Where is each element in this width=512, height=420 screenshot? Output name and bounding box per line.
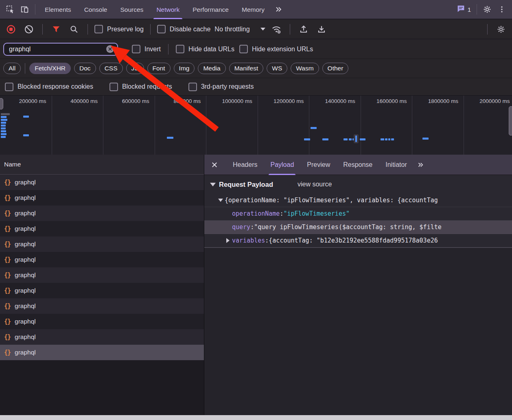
json-braces-icon: {} bbox=[4, 194, 11, 201]
request-row[interactable]: {}graphql bbox=[0, 190, 204, 206]
tab-sources[interactable]: Sources bbox=[114, 0, 150, 19]
chip-media[interactable]: Media bbox=[198, 63, 225, 74]
chip-js[interactable]: JS bbox=[126, 63, 144, 74]
request-row[interactable]: {}graphql bbox=[0, 283, 204, 298]
issues-button[interactable]: 1 bbox=[457, 4, 471, 14]
blocked-requests-checkbox[interactable]: Blocked requests bbox=[109, 83, 172, 91]
more-detail-tabs-icon[interactable] bbox=[414, 158, 427, 172]
name-column-header[interactable]: Name bbox=[0, 155, 204, 175]
timeline-right-handle[interactable] bbox=[509, 106, 512, 136]
timeline-tick-label: 400000 ms bbox=[52, 98, 103, 105]
hide-data-urls-label: Hide data URLs bbox=[188, 46, 234, 53]
tab-payload[interactable]: Payload bbox=[265, 155, 300, 175]
filter-text-field[interactable] bbox=[8, 45, 106, 53]
chevron-down-icon bbox=[260, 28, 265, 31]
payload-segment-plain: : bbox=[280, 207, 283, 220]
divider bbox=[150, 24, 151, 35]
expander-triangle-icon[interactable] bbox=[217, 199, 225, 202]
payload-line[interactable]: variables: {accountTag: "b12e3b2192ee558… bbox=[204, 234, 512, 247]
request-row[interactable]: {}graphql bbox=[0, 206, 204, 221]
request-row[interactable]: {}graphql bbox=[0, 236, 204, 252]
disable-cache-label: Disable cache bbox=[170, 26, 211, 33]
tab-network[interactable]: Network bbox=[150, 0, 186, 19]
third-party-requests-checkbox[interactable]: 3rd-party requests bbox=[188, 83, 254, 91]
filter-input[interactable] bbox=[3, 43, 118, 56]
request-row[interactable]: {}graphql bbox=[0, 221, 204, 236]
tab-headers[interactable]: Headers bbox=[227, 155, 263, 175]
clear-network-log-icon[interactable] bbox=[22, 22, 36, 36]
network-conditions-icon[interactable] bbox=[269, 22, 283, 36]
waterfall-bar bbox=[1, 119, 7, 121]
request-row[interactable]: {}graphql bbox=[0, 314, 204, 329]
request-name: graphql bbox=[15, 287, 36, 294]
kebab-menu-icon[interactable] bbox=[495, 2, 509, 16]
throttling-dropdown[interactable]: No throttling bbox=[214, 26, 265, 33]
checkbox bbox=[176, 45, 184, 53]
disable-cache-checkbox[interactable]: Disable cache bbox=[157, 25, 211, 33]
json-braces-icon: {} bbox=[4, 225, 11, 232]
panel-settings-gear-icon[interactable] bbox=[494, 22, 508, 36]
request-row[interactable]: {}graphql bbox=[0, 329, 204, 345]
payload-segment-plain: {accountTag: "b12e3b2192ee5588fdad995178… bbox=[269, 234, 438, 247]
blocked-response-cookies-checkbox[interactable]: Blocked response cookies bbox=[5, 83, 93, 91]
tab-preview[interactable]: Preview bbox=[301, 155, 336, 175]
export-har-icon[interactable] bbox=[315, 22, 328, 36]
expander-triangle-icon[interactable] bbox=[224, 238, 232, 243]
chip-wasm[interactable]: Wasm bbox=[291, 63, 319, 74]
checkbox bbox=[94, 25, 103, 33]
import-har-icon[interactable] bbox=[297, 22, 311, 36]
tab-performance[interactable]: Performance bbox=[186, 0, 235, 19]
waterfall-bar bbox=[23, 116, 29, 118]
checkbox bbox=[5, 83, 13, 91]
chip-other[interactable]: Other bbox=[322, 63, 349, 74]
preserve-log-checkbox[interactable]: Preserve log bbox=[94, 25, 144, 33]
hide-extension-urls-label: Hide extension URLs bbox=[252, 46, 313, 53]
request-row[interactable]: {}graphql bbox=[0, 267, 204, 283]
tab-initiator[interactable]: Initiator bbox=[380, 155, 412, 175]
payload-line[interactable]: {operationName: "ipFlowTimeseries", vari… bbox=[204, 194, 512, 207]
request-row[interactable]: {}graphql bbox=[0, 252, 204, 267]
requests-list-panel: Name {}graphql{}graphql{}graphql{}graphq… bbox=[0, 155, 204, 415]
chip-ws[interactable]: WS bbox=[267, 63, 287, 74]
request-row[interactable]: {}graphql bbox=[0, 298, 204, 314]
collapse-triangle-icon[interactable] bbox=[210, 183, 216, 186]
blocked-response-cookies-label: Blocked response cookies bbox=[18, 83, 93, 90]
payload-line[interactable]: query: "query ipFlowTimeseries($accountT… bbox=[204, 221, 512, 234]
chip-doc[interactable]: Doc bbox=[74, 63, 96, 74]
hide-data-urls-checkbox[interactable]: Hide data URLs bbox=[176, 45, 234, 53]
more-tabs-icon[interactable] bbox=[271, 2, 285, 16]
chip-manifest[interactable]: Manifest bbox=[229, 63, 264, 74]
tab-memory[interactable]: Memory bbox=[236, 0, 271, 19]
selected-request-marker-bar bbox=[355, 136, 357, 142]
network-overview-timeline[interactable]: 200000 ms400000 ms600000 ms800000 ms1000… bbox=[0, 96, 512, 155]
request-row[interactable]: {}graphql bbox=[0, 175, 204, 190]
filter-funnel-icon[interactable] bbox=[49, 22, 63, 36]
chip-font[interactable]: Font bbox=[147, 63, 171, 74]
waterfall-bar bbox=[391, 138, 394, 140]
tab-elements[interactable]: Elements bbox=[39, 0, 77, 19]
request-row[interactable]: {}graphql bbox=[0, 345, 204, 360]
tab-console[interactable]: Console bbox=[78, 0, 114, 19]
request-detail-panel: Headers Payload Preview Response Initiat… bbox=[204, 155, 512, 415]
checkbox bbox=[157, 25, 166, 33]
view-source-link[interactable]: view source bbox=[298, 181, 332, 188]
payload-segment-key: operationName bbox=[232, 207, 280, 220]
tab-response[interactable]: Response bbox=[337, 155, 378, 175]
chip-all[interactable]: All bbox=[3, 63, 21, 74]
inspect-element-icon[interactable] bbox=[3, 2, 17, 16]
chip-css[interactable]: CSS bbox=[99, 63, 123, 74]
clear-filter-icon[interactable] bbox=[106, 45, 114, 53]
hide-extension-urls-checkbox[interactable]: Hide extension URLs bbox=[239, 45, 313, 53]
settings-gear-icon[interactable] bbox=[480, 2, 494, 16]
record-network-log-icon[interactable] bbox=[4, 22, 18, 36]
device-toolbar-icon[interactable] bbox=[18, 2, 32, 16]
chip-fetch-xhr[interactable]: Fetch/XHR bbox=[29, 63, 71, 74]
name-header-label: Name bbox=[4, 161, 21, 168]
request-payload-section-header[interactable]: Request Payload view source bbox=[204, 175, 512, 194]
invert-checkbox[interactable]: Invert bbox=[132, 45, 161, 53]
close-detail-icon[interactable] bbox=[208, 158, 221, 172]
chip-img[interactable]: Img bbox=[174, 63, 195, 74]
payload-line[interactable]: operationName: "ipFlowTimeseries" bbox=[204, 207, 512, 221]
json-braces-icon: {} bbox=[4, 271, 11, 279]
search-icon[interactable] bbox=[67, 22, 81, 36]
